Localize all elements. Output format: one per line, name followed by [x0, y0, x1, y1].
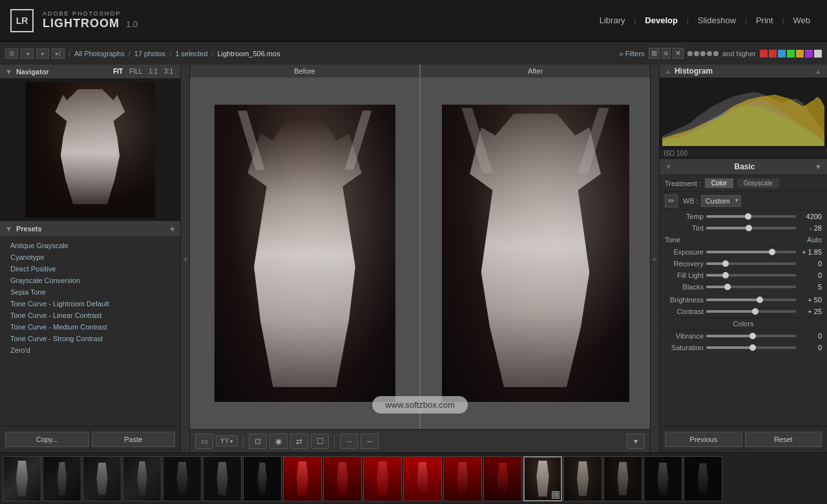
film-thumb-8[interactable]: [283, 456, 322, 501]
film-thumb-11[interactable]: [403, 456, 442, 501]
exposure-thumb[interactable]: [769, 249, 775, 255]
blacks-thumb[interactable]: [724, 284, 731, 290]
nav-develop[interactable]: Develop: [638, 13, 684, 28]
film-thumb-18[interactable]: [684, 456, 722, 501]
paste-button[interactable]: Paste: [92, 432, 176, 447]
nav-prev-btn[interactable]: ◂: [21, 48, 34, 59]
copy-button[interactable]: Copy...: [5, 432, 89, 447]
film-thumb-6[interactable]: [203, 456, 242, 501]
add-preset-button[interactable]: +: [170, 224, 175, 234]
view-mode-select[interactable]: YY ▾: [216, 436, 238, 446]
film-thumb-13[interactable]: [483, 456, 522, 501]
toolbar-right-btn[interactable]: ▾: [627, 434, 645, 449]
grayscale-treatment-btn[interactable]: Grayscale: [737, 178, 779, 188]
zoom-fill[interactable]: FILL: [127, 67, 144, 76]
film-thumb-14[interactable]: ⊡: [523, 456, 562, 501]
left-panel-collapse[interactable]: ◂: [181, 65, 190, 452]
filters-button[interactable]: » Filters: [619, 50, 644, 58]
histogram-arrow-down[interactable]: ▲: [815, 67, 822, 75]
tint-track[interactable]: [706, 227, 796, 229]
contrast-track[interactable]: [706, 310, 796, 313]
film-thumb-10[interactable]: [363, 456, 402, 501]
crop-tool[interactable]: ▭: [195, 434, 213, 449]
eyedropper-tool[interactable]: ✏: [665, 194, 678, 207]
basic-toggle-arrow[interactable]: ▼: [665, 163, 672, 171]
nav-grid-btn[interactable]: ⊞: [5, 48, 18, 59]
film-thumb-7[interactable]: [243, 456, 282, 501]
zoom-1-1[interactable]: 1:1: [147, 67, 160, 76]
film-thumb-15[interactable]: [563, 456, 602, 501]
preset-zerod[interactable]: Zero'd: [0, 344, 180, 356]
preset-tone-curve-strong-contrast[interactable]: Tone Curve - Strong Contrast: [0, 333, 180, 344]
zoom-fit[interactable]: FIT: [111, 67, 125, 76]
navigator-thumbnail[interactable]: [0, 79, 180, 221]
film-thumb-4[interactable]: [123, 456, 162, 501]
preset-cyanotype[interactable]: Cyanotype: [0, 251, 180, 263]
view-btn-1[interactable]: ⊞: [649, 48, 660, 59]
before-image-container[interactable]: [190, 78, 419, 429]
and-higher: and higher: [722, 50, 756, 58]
film-thumb-9[interactable]: [323, 456, 362, 501]
vibrance-thumb[interactable]: [749, 333, 756, 339]
fill-light-thumb[interactable]: [722, 272, 729, 278]
navigator-toggle[interactable]: ▼: [5, 68, 12, 76]
reset-button[interactable]: Reset: [745, 432, 822, 447]
previous-button[interactable]: Previous: [665, 432, 742, 447]
color-treatment-btn[interactable]: Color: [705, 178, 733, 188]
preset-tone-curve-lightroom-default[interactable]: Tone Curve - Lightroom Default: [0, 298, 180, 310]
preset-direct-positive[interactable]: Direct Positive: [0, 263, 180, 275]
basic-section: ▼ Basic ▼ Treatment : Color Grayscale ✏ …: [660, 159, 827, 353]
preset-antique-grayscale[interactable]: Antique Grayscale: [0, 240, 180, 251]
film-thumb-16[interactable]: [603, 456, 642, 501]
nav-library[interactable]: Library: [593, 13, 632, 28]
saturation-track[interactable]: [706, 346, 796, 349]
nav-next-btn[interactable]: ▸: [36, 48, 49, 59]
saturation-thumb[interactable]: [749, 344, 756, 351]
film-thumb-17[interactable]: [644, 456, 682, 501]
left-footer: Copy... Paste: [0, 426, 180, 452]
brightness-thumb[interactable]: [757, 297, 763, 303]
survey-tool[interactable]: ☐: [311, 434, 329, 449]
fill-light-track[interactable]: [706, 274, 796, 277]
blacks-track[interactable]: [706, 286, 796, 288]
temp-track[interactable]: [706, 215, 796, 218]
rotate-right-tool[interactable]: ↔: [361, 434, 379, 449]
zoom-tool[interactable]: ⊡: [249, 434, 267, 449]
recovery-thumb[interactable]: [722, 260, 729, 267]
film-thumb-5[interactable]: [163, 456, 202, 501]
breadcrumb-all[interactable]: All Photographs: [74, 50, 125, 58]
contrast-thumb[interactable]: [752, 308, 759, 315]
temp-thumb[interactable]: [745, 213, 751, 220]
preset-tone-curve-linear-contrast[interactable]: Tone Curve - Linear Contrast: [0, 310, 180, 321]
rotate-left-tool[interactable]: →: [340, 434, 358, 449]
histogram-arrow-up[interactable]: ▲: [665, 67, 672, 75]
preset-tone-curve-medium-contrast[interactable]: Tone Curve - Medium Contrast: [0, 321, 180, 333]
view-btn-3[interactable]: ✕: [673, 48, 684, 59]
wb-select[interactable]: Custom ▾: [701, 195, 741, 207]
auto-button[interactable]: Auto: [807, 236, 822, 244]
view-btn-2[interactable]: ≡: [662, 48, 671, 59]
after-image-container[interactable]: [421, 78, 650, 429]
recovery-track[interactable]: [706, 262, 796, 265]
nav-web[interactable]: Web: [787, 13, 817, 28]
loupe-tool[interactable]: ◉: [269, 434, 288, 449]
tint-thumb[interactable]: [746, 225, 752, 231]
film-thumb-1[interactable]: [3, 456, 41, 501]
vibrance-track[interactable]: [706, 335, 796, 337]
nav-end-btn[interactable]: ▸|: [52, 48, 65, 59]
preset-grayscale-conversion[interactable]: Grayscale Conversion: [0, 275, 180, 286]
nav-print[interactable]: Print: [749, 13, 780, 28]
film-thumb-12[interactable]: [443, 456, 482, 501]
compare-tool[interactable]: ⇄: [290, 434, 308, 449]
right-panel-collapse[interactable]: ▸: [650, 65, 659, 452]
basic-section-arrow[interactable]: ▼: [815, 163, 822, 171]
exposure-track[interactable]: [706, 251, 796, 253]
film-thumb-3[interactable]: [83, 456, 121, 501]
presets-toggle[interactable]: ▼: [5, 225, 12, 233]
brightness-track[interactable]: [706, 299, 796, 301]
film-thumb-2[interactable]: [43, 456, 81, 501]
zoom-3-1[interactable]: 3:1: [162, 67, 175, 76]
preset-sepia-tone[interactable]: Sepia Tone: [0, 286, 180, 298]
saturation-label: Saturation: [665, 344, 704, 352]
nav-slideshow[interactable]: Slideshow: [691, 13, 742, 28]
